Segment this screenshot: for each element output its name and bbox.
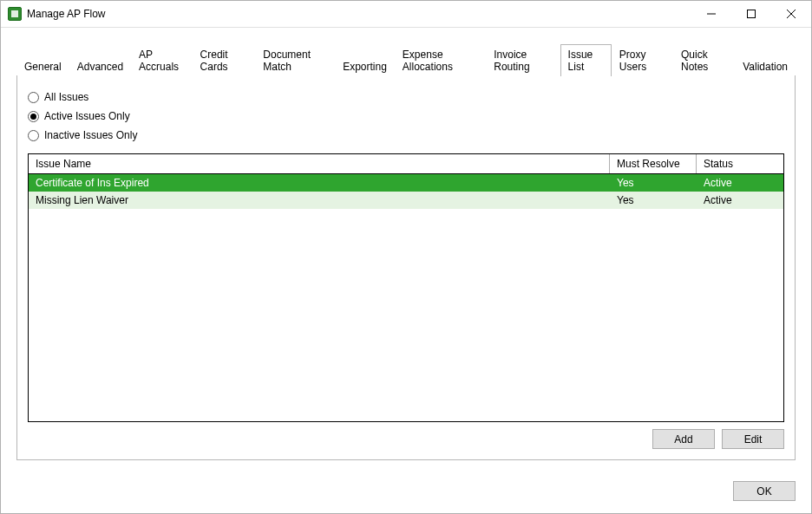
radio-icon: [28, 111, 39, 122]
app-icon: [8, 7, 22, 21]
cell-status: Active: [697, 174, 783, 192]
grid-header: Issue Name Must Resolve Status: [29, 154, 783, 174]
titlebar: Manage AP Flow: [1, 1, 811, 28]
add-button[interactable]: Add: [652, 429, 715, 449]
svg-line-4: [787, 10, 796, 18]
cell-must-resolve: Yes: [610, 174, 697, 192]
tab-ap-accruals[interactable]: AP Accruals: [131, 44, 192, 76]
radio-all-issues[interactable]: All Issues: [28, 88, 784, 107]
close-button[interactable]: [771, 1, 811, 27]
radio-inactive-issues[interactable]: Inactive Issues Only: [28, 126, 784, 145]
radio-icon: [28, 92, 39, 103]
radio-label: All Issues: [44, 91, 88, 103]
col-header-status[interactable]: Status: [697, 154, 783, 173]
tabstrip: GeneralAdvancedAP AccrualsCredit CardsDo…: [16, 43, 796, 75]
col-header-must-resolve[interactable]: Must Resolve: [610, 154, 697, 173]
tab-invoice-routing[interactable]: Invoice Routing: [486, 44, 560, 76]
tab-exporting[interactable]: Exporting: [335, 56, 395, 76]
cell-must-resolve: Yes: [610, 192, 697, 209]
tab-advanced[interactable]: Advanced: [69, 56, 131, 76]
tab-validation[interactable]: Validation: [735, 56, 796, 76]
cell-status: Active: [697, 192, 783, 209]
edit-button[interactable]: Edit: [722, 429, 784, 449]
radio-label: Active Issues Only: [44, 110, 130, 122]
table-row[interactable]: Missing Lien WaiverYesActive: [29, 192, 783, 209]
tab-quick-notes[interactable]: Quick Notes: [673, 44, 735, 76]
tab-page-issue-list: All Issues Active Issues Only Inactive I…: [16, 75, 796, 460]
window-controls: [691, 1, 811, 27]
tab-credit-cards[interactable]: Credit Cards: [193, 44, 256, 76]
svg-rect-0: [11, 10, 18, 17]
radio-label: Inactive Issues Only: [44, 129, 137, 141]
cell-issue-name: Missing Lien Waiver: [29, 192, 610, 209]
radio-icon: [28, 130, 39, 141]
grid-button-row: Add Edit: [28, 429, 784, 449]
table-row[interactable]: Certificate of Ins ExpiredYesActive: [29, 174, 783, 192]
app-window: Manage AP Flow GeneralAdvancedAP Accrual…: [0, 0, 812, 514]
tab-expense-allocations[interactable]: Expense Allocations: [395, 44, 486, 76]
issues-grid: Issue Name Must Resolve Status Certifica…: [28, 153, 784, 422]
client-area: GeneralAdvancedAP AccrualsCredit CardsDo…: [1, 28, 811, 472]
window-title: Manage AP Flow: [27, 8, 691, 20]
svg-rect-2: [748, 10, 756, 18]
tab-document-match[interactable]: Document Match: [255, 44, 335, 76]
radio-active-issues[interactable]: Active Issues Only: [28, 107, 784, 126]
tab-general[interactable]: General: [16, 56, 69, 76]
svg-line-3: [787, 10, 796, 18]
grid-body: Certificate of Ins ExpiredYesActiveMissi…: [29, 174, 783, 421]
maximize-button[interactable]: [731, 1, 771, 27]
issue-filter-group: All Issues Active Issues Only Inactive I…: [28, 88, 784, 145]
ok-button[interactable]: OK: [733, 481, 796, 501]
minimize-button[interactable]: [691, 1, 731, 27]
cell-issue-name: Certificate of Ins Expired: [29, 174, 610, 192]
dialog-footer: OK: [1, 472, 811, 513]
tab-proxy-users[interactable]: Proxy Users: [612, 44, 673, 76]
tab-issue-list[interactable]: Issue List: [560, 44, 612, 76]
col-header-issue-name[interactable]: Issue Name: [29, 154, 610, 173]
